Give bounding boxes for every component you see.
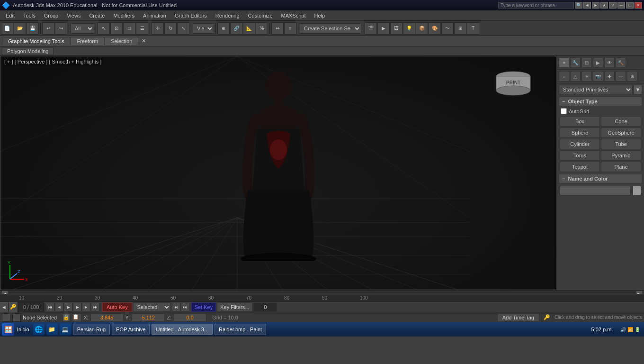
autogrid-checkbox[interactable] xyxy=(561,108,567,114)
object-name-input[interactable] xyxy=(560,186,631,195)
y-coord-input[interactable]: 5.112 xyxy=(132,313,165,322)
redo-icon[interactable]: ↪ xyxy=(55,22,67,35)
start-button[interactable]: 🪟 xyxy=(2,323,14,336)
create-panel-icon[interactable]: ✦ xyxy=(559,57,569,68)
view-dropdown[interactable]: View xyxy=(193,23,214,34)
hierarchy-panel-icon[interactable]: ⊟ xyxy=(581,57,592,68)
menu-help[interactable]: Help xyxy=(311,12,329,19)
name-color-header[interactable]: − Name and Color xyxy=(559,174,642,183)
help-icon[interactable]: ? xyxy=(609,2,617,9)
minimize-button[interactable]: ─ xyxy=(617,2,625,9)
taskbar-item-paint[interactable]: Raider.bmp - Paint xyxy=(215,324,266,335)
prev-key-button[interactable]: ⏮ xyxy=(172,303,180,311)
close-button[interactable]: ✕ xyxy=(635,2,642,9)
timeline-scroll-track[interactable] xyxy=(9,291,635,293)
taskbar-item-persian-rug[interactable]: Persian Rug xyxy=(73,324,110,335)
goto-end-button[interactable]: ⏭ xyxy=(91,303,99,311)
key-icon-2[interactable]: 🔑 xyxy=(541,313,553,322)
text-icon[interactable]: T xyxy=(467,22,479,35)
percent-snap-icon[interactable]: % xyxy=(256,22,268,35)
color-swatch[interactable] xyxy=(633,186,641,195)
open-icon[interactable]: 📂 xyxy=(14,22,26,35)
undo-icon[interactable]: ↩ xyxy=(42,22,54,35)
mini-icon-1[interactable] xyxy=(2,313,10,322)
systems-icon[interactable]: ⚙ xyxy=(627,71,637,82)
search-icon[interactable]: 🔍 xyxy=(575,2,582,9)
box-button[interactable]: Box xyxy=(560,116,600,127)
create-selection-dropdown[interactable]: Create Selection Se xyxy=(300,23,361,34)
menu-modifiers[interactable]: Modifiers xyxy=(109,12,138,19)
cylinder-button[interactable]: Cylinder xyxy=(560,139,600,149)
curve-editor-icon[interactable]: 〜 xyxy=(441,22,454,35)
restore-button[interactable]: □ xyxy=(626,2,634,9)
select-region-icon[interactable]: ⊡ xyxy=(110,22,123,35)
render-to-texture-icon[interactable]: 📦 xyxy=(416,22,428,35)
dropdown-arrow-icon[interactable]: ▼ xyxy=(634,85,642,94)
tab-close-icon[interactable]: ✕ xyxy=(139,38,149,44)
utilities-panel-icon[interactable]: 🔨 xyxy=(616,57,626,68)
timeline-scroll-right[interactable]: ► xyxy=(636,291,642,294)
pyramid-button[interactable]: Pyramid xyxy=(601,150,641,161)
subtab-polygon-modeling[interactable]: Polygon Modeling xyxy=(2,47,54,55)
play-selected-button[interactable]: ▶ xyxy=(73,303,81,311)
next-frame-button[interactable]: ► xyxy=(82,303,90,311)
save-icon[interactable]: 💾 xyxy=(27,22,39,35)
rotate-icon[interactable]: ↻ xyxy=(164,22,177,35)
sphere-button[interactable]: Sphere xyxy=(560,127,600,138)
tab-selection[interactable]: Selection xyxy=(105,37,138,45)
shapes-icon[interactable]: △ xyxy=(570,71,581,82)
x-coord-input[interactable]: 3.845 xyxy=(90,313,124,322)
torus-button[interactable]: Torus xyxy=(560,150,600,161)
set-key-button[interactable]: Set Key xyxy=(191,302,216,312)
select-object-icon[interactable]: ↖ xyxy=(98,22,110,35)
move-icon[interactable]: ✛ xyxy=(152,22,164,35)
goto-start-button[interactable]: ⏮ xyxy=(46,303,54,311)
material-editor-icon[interactable]: 🎨 xyxy=(429,22,441,35)
mirror-icon[interactable]: ⇔ xyxy=(271,22,284,35)
search-box[interactable]: Type a keyword or phrase xyxy=(498,2,574,9)
menu-customize[interactable]: Customize xyxy=(244,12,277,19)
taskbar-icon-folder[interactable]: 📁 xyxy=(46,324,58,335)
left-sidebar-toggle[interactable]: ◄ xyxy=(0,302,9,312)
geosphere-button[interactable]: GeoSphere xyxy=(601,127,641,138)
tab-graphite-modeling[interactable]: Graphite Modeling Tools xyxy=(2,37,70,45)
schematic-view-icon[interactable]: ⊞ xyxy=(454,22,466,35)
angle-snap-icon[interactable]: 📐 xyxy=(243,22,255,35)
menu-graph-editors[interactable]: Graph Editors xyxy=(171,12,211,19)
display-panel-icon[interactable]: 👁 xyxy=(604,57,615,68)
lock-icon[interactable]: 🔒 xyxy=(63,314,70,321)
play-button[interactable]: ▶ xyxy=(64,303,72,311)
select-by-name-icon[interactable]: ☰ xyxy=(136,22,148,35)
add-time-tag-button[interactable]: Add Time Tag xyxy=(497,313,539,322)
selected-dropdown[interactable]: Selected xyxy=(133,302,171,312)
menu-tools[interactable]: Tools xyxy=(19,12,39,19)
menu-rendering[interactable]: Rendering xyxy=(212,12,243,19)
next-key-button[interactable]: ⏭ xyxy=(181,303,189,311)
new-scene-icon[interactable]: 📄 xyxy=(1,22,13,35)
scale-icon[interactable]: ⤡ xyxy=(177,22,189,35)
pivot-icon[interactable]: ⊕ xyxy=(217,22,230,35)
menu-edit[interactable]: Edit xyxy=(2,12,18,19)
menu-animation[interactable]: Animation xyxy=(139,12,170,19)
cone-button[interactable]: Cone xyxy=(601,116,641,127)
select-window-icon[interactable]: □ xyxy=(123,22,135,35)
auto-key-button[interactable]: Auto Key xyxy=(102,302,132,312)
tab-freeform[interactable]: Freeform xyxy=(71,37,104,45)
mini-icon-2[interactable] xyxy=(12,313,21,322)
taskbar-icon-ie[interactable]: 🌐 xyxy=(33,324,45,335)
spacewarps-icon[interactable]: 〰 xyxy=(616,71,626,82)
taskbar-item-pop-archive[interactable]: POP Archive xyxy=(112,324,150,335)
quick-render-icon[interactable]: ▶ xyxy=(377,22,390,35)
motion-panel-icon[interactable]: ▶ xyxy=(593,57,603,68)
prev-frame-button[interactable]: ◄ xyxy=(55,303,63,311)
z-coord-input[interactable]: 0.0 xyxy=(173,313,206,322)
menu-group[interactable]: Group xyxy=(40,12,63,19)
tube-button[interactable]: Tube xyxy=(601,139,641,149)
filter-dropdown[interactable]: All xyxy=(71,23,94,34)
taskbar-icon-explorer[interactable]: 💻 xyxy=(60,324,71,335)
cameras-icon[interactable]: 📷 xyxy=(593,71,603,82)
primitives-dropdown[interactable]: Standard Primitives xyxy=(559,85,633,94)
render-type-icon[interactable]: 🖼 xyxy=(390,22,402,35)
nav-back-icon[interactable]: ◄ xyxy=(583,2,591,9)
snap-icon[interactable]: 🔗 xyxy=(230,22,242,35)
